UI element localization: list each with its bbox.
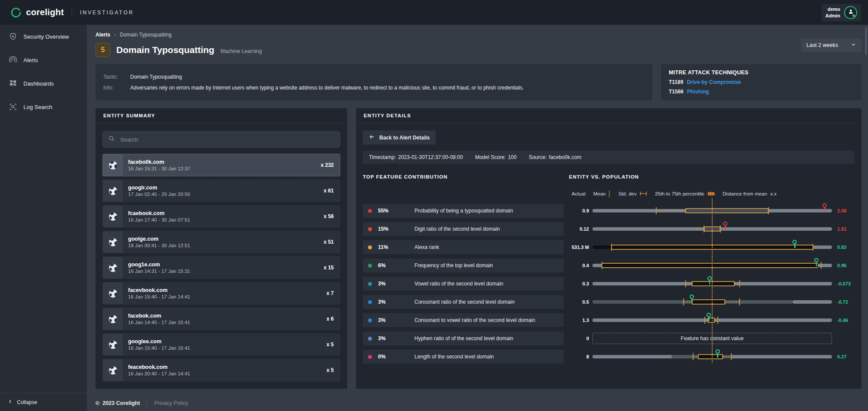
chevron-down-icon <box>851 42 856 48</box>
stddev-tick <box>704 225 704 232</box>
privacy-policy-link[interactable]: Privacy Policy <box>154 400 188 406</box>
entity-text: feacebook.com16 Jan 20:40 - 17 Jan 14:41 <box>123 359 326 381</box>
feature-row: 15%Digit ratio of the second level domai… <box>363 222 564 236</box>
entity-item[interactable]: facebo0k.com16 Jan 15:31 - 30 Jan 12:37x… <box>102 154 340 176</box>
entity-item[interactable]: googlee.com16 Jan 15:40 - 17 Jan 16:41x … <box>102 333 340 356</box>
globe-icon <box>103 154 123 176</box>
entity-count: x 51 <box>324 239 334 245</box>
entity-item[interactable]: goolge.com18 Jan 00:41 - 30 Jan 12:51x 5… <box>102 231 340 253</box>
chevron-right-icon: › <box>114 32 116 38</box>
stddev-tick <box>720 225 721 232</box>
entity-item[interactable]: googlr.com17 Jan 02:40 - 29 Jan 20:50x 6… <box>102 179 340 202</box>
mean-line-icon <box>609 191 611 197</box>
entity-item[interactable]: fcaebook.com16 Jan 17:40 - 30 Jan 07:51x… <box>102 205 340 228</box>
time-range-value: Last 2 weeks <box>806 42 838 48</box>
feature-percent: 0% <box>378 354 414 360</box>
percentile-box <box>692 281 735 286</box>
feature-percent: 6% <box>378 262 414 268</box>
entity-item[interactable]: goog1e.com16 Jan 14:31 - 17 Jan 15:31x 1… <box>102 256 340 279</box>
sidebar-item-log-search[interactable]: Log Search <box>0 95 87 119</box>
actual-value-pin <box>723 222 727 230</box>
time-range-select[interactable]: Last 2 weeks <box>801 39 861 52</box>
feature-percent: 3% <box>378 317 414 323</box>
percentile-box <box>692 299 725 305</box>
stddev-whisker-icon <box>640 191 647 197</box>
entity-item[interactable]: facevbook.com16 Jan 15:40 - 17 Jan 14:41… <box>102 282 340 305</box>
entity-date-range: 16 Jan 15:31 - 30 Jan 12:37 <box>128 166 321 171</box>
feature-row: 3%Hyphen ratio of of the second level do… <box>363 331 564 345</box>
collapse-button[interactable]: Collapse <box>0 393 87 411</box>
mitre-technique-link[interactable]: Phishing <box>687 89 709 95</box>
percentile-pill-icon <box>707 192 715 196</box>
entity-search[interactable] <box>102 131 340 148</box>
mitre-technique-link[interactable]: Drive-by Compromise <box>687 79 741 85</box>
sidebar-item-dashboards[interactable]: Dashboards <box>0 72 87 95</box>
feature-row: 0%Length of the second level domain <box>363 350 564 364</box>
page-scrollbar[interactable] <box>865 27 867 55</box>
actual-value-pin <box>792 240 797 248</box>
topbar: corelight INVESTIGATOR demo Admin <box>0 0 868 25</box>
track-segment <box>592 245 612 249</box>
feature-label: Digit ratio of the second level domain <box>414 226 500 232</box>
breadcrumb-alerts[interactable]: Alerts <box>95 32 110 38</box>
entity-domain: goog1e.com <box>128 262 324 268</box>
entity-count: x 5 <box>326 367 334 373</box>
entity-date-range: 16 Jan 15:40 - 17 Jan 14:41 <box>128 294 326 299</box>
copyright-icon: © <box>95 400 99 406</box>
sidebar: Security OverviewAlertsDashboardsLog Sea… <box>0 25 87 411</box>
entity-text: googlr.com17 Jan 02:40 - 29 Jan 20:50 <box>123 180 324 202</box>
brand-name: corelight <box>26 7 64 17</box>
entity-count: x 15 <box>324 265 334 271</box>
search-input[interactable] <box>119 136 335 143</box>
alert-info-row: Tactic: Domain Typosquatting Info: Adver… <box>95 64 861 100</box>
back-to-alert-details-button[interactable]: Back to Alert Details <box>363 130 436 145</box>
chart-row-label: 0.5 <box>569 299 589 305</box>
feature-label: Alexa rank <box>414 244 439 250</box>
sidebar-item-security-overview[interactable]: Security Overview <box>0 25 87 48</box>
distance-from-mean-value: 1.81 <box>835 226 857 232</box>
source-label: Source: <box>529 154 546 160</box>
globe-icon <box>103 257 123 278</box>
population-chart: 0.92.080.121.81531.3 M0.830.40.960.3-0.0… <box>569 204 857 364</box>
feature-row: 3%Vowel ratio of the second level domain <box>363 277 564 291</box>
distance-from-mean-value: 0.27 <box>835 354 857 359</box>
globe-icon <box>103 206 123 227</box>
sidebar-item-alerts[interactable]: Alerts <box>0 48 87 72</box>
sidebar-item-label: Security Overview <box>23 33 69 40</box>
entity-date-range: 16 Jan 14:40 - 17 Jan 15:41 <box>128 320 326 325</box>
page-title: Domain Typosquatting <box>116 45 214 55</box>
model-score-value: 100 <box>508 154 516 160</box>
stddev-tick <box>812 244 813 251</box>
sidebar-item-label: Alerts <box>23 57 38 63</box>
entity-item[interactable]: feacebook.com16 Jan 20:40 - 17 Jan 14:41… <box>102 359 340 381</box>
entity-domain: facebo0k.com <box>128 159 321 165</box>
entity-domain: facevbook.com <box>128 287 326 293</box>
entity-domain: facebok.com <box>128 313 326 319</box>
feature-label: Consonant to vowel ratio of the second l… <box>414 317 535 323</box>
entity-summary-panel: ENTITY SUMMARY facebo0k.com16 Jan 15:31 … <box>95 108 347 389</box>
feature-color-dot <box>368 318 372 322</box>
title-row: 5 Domain Typosquatting Machine Learning <box>95 43 861 57</box>
mitre-technique-id: T1189 <box>669 79 683 85</box>
percentile-band <box>602 263 818 268</box>
feature-percent: 11% <box>378 244 414 250</box>
population-chart-row: 0.3-0.073 <box>569 277 857 291</box>
feature-row: 3%Consonant ratio of the second level do… <box>363 295 564 309</box>
chart-row-label: 8 <box>569 354 589 359</box>
stddev-tick <box>768 207 769 214</box>
mitre-technique-row: T1189Drive-by Compromise <box>669 79 854 85</box>
distance-from-mean-value: 2.08 <box>835 208 857 213</box>
entity-item[interactable]: facebok.com16 Jan 14:40 - 17 Jan 15:41x … <box>102 308 340 330</box>
legend-percentile-label: 25th to 75th percentile <box>655 191 704 196</box>
corelight-logo-icon <box>10 7 22 18</box>
footer-divider <box>147 400 147 407</box>
legend-stddev-label: Std. dev <box>618 191 637 196</box>
chart-row-label: 0 <box>569 336 589 341</box>
entity-domain: googlr.com <box>128 185 324 191</box>
entity-summary-title: ENTITY SUMMARY <box>95 108 347 123</box>
user-menu[interactable]: demo Admin <box>822 4 861 21</box>
globe-icon <box>103 180 123 202</box>
feature-color-dot <box>368 245 372 249</box>
entity-meta-bar: Timestamp:2023-01-30T12:37:00-08:00 Mode… <box>363 151 855 164</box>
mitre-title: MITRE ATTACK TECHNIQUES <box>669 70 854 76</box>
